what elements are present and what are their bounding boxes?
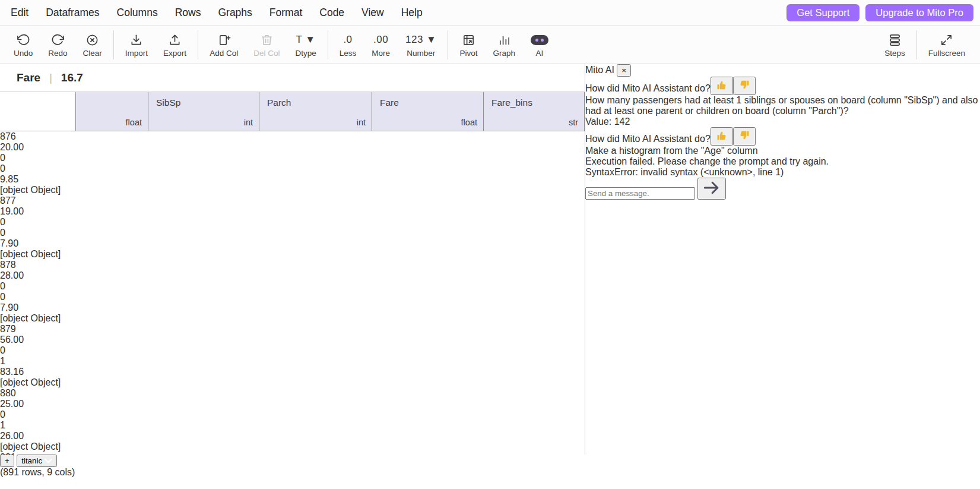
- toolbar-groups: UndoRedoClearImportExportAdd ColDel ColT…: [6, 26, 556, 64]
- table-cell[interactable]: 0: [0, 409, 111, 420]
- thumbs-up-icon[interactable]: [711, 77, 733, 95]
- mito-ai-panel-header: Mito AI ×: [585, 64, 980, 77]
- formula-bar-separator: |: [49, 72, 52, 84]
- menu-item-code[interactable]: Code: [319, 7, 344, 19]
- filter-icon[interactable]: [567, 97, 578, 111]
- toolbar-button-ai[interactable]: AI: [523, 26, 556, 64]
- menu-item-edit[interactable]: Edit: [11, 7, 28, 19]
- toolbar-button-pivot[interactable]: Pivot: [452, 26, 485, 64]
- menu-item-rows[interactable]: Rows: [175, 7, 201, 19]
- column-header-Fare[interactable]: Farefloat: [372, 92, 484, 131]
- feedback-row: How did Mito AI Assistant do?: [585, 77, 980, 95]
- feedback-thumbs: [711, 134, 756, 144]
- toolbar-button-undo[interactable]: Undo: [6, 26, 40, 64]
- toolbar-button-dtype[interactable]: T ▼Dtype: [287, 26, 324, 64]
- toolbar-button-label: Redo: [48, 49, 67, 58]
- column-header-Fare_bins[interactable]: Fare_binsstr: [484, 92, 585, 131]
- error-highlight-box: Make a histogram from the "Age" columnEx…: [585, 146, 980, 178]
- table-cell[interactable]: 1: [0, 420, 113, 431]
- menu-item-columns[interactable]: Columns: [117, 7, 158, 19]
- thumbs-up-icon[interactable]: [711, 127, 733, 146]
- data-grid: floatSibSpintParchintFarefloatFare_binss…: [0, 92, 585, 455]
- import-icon: [129, 32, 143, 48]
- filter-icon[interactable]: [354, 97, 366, 111]
- close-icon[interactable]: ×: [617, 64, 631, 77]
- table-cell[interactable]: 1: [0, 356, 113, 367]
- table-cell[interactable]: [object Object]: [0, 249, 101, 260]
- grid-header-row: floatSibSpintParchintFarefloatFare_binss…: [0, 92, 585, 131]
- table-cell[interactable]: 0: [0, 228, 113, 238]
- table-cell[interactable]: 25.00: [0, 399, 72, 409]
- user-message: Make a histogram from the "Age" column: [585, 146, 980, 156]
- table-cell[interactable]: 9.85: [0, 174, 112, 185]
- toolbar-button-export[interactable]: Export: [156, 26, 194, 64]
- toolbar-button-import[interactable]: Import: [118, 26, 156, 64]
- row-index-cell[interactable]: 879: [0, 324, 585, 335]
- toolbar-button-redo[interactable]: Redo: [40, 26, 75, 64]
- filter-icon[interactable]: [131, 97, 142, 111]
- row-index-cell[interactable]: 880: [0, 388, 585, 399]
- column-header-top: Fare: [380, 97, 477, 111]
- table-cell[interactable]: 0: [0, 217, 111, 228]
- toolbar-button-graph[interactable]: Graph: [485, 26, 523, 64]
- toolbar-button-label: Export: [163, 49, 186, 58]
- toolbar-button-more[interactable]: .00More: [364, 26, 398, 64]
- table-cell[interactable]: 56.00: [0, 335, 72, 345]
- column-name: Parch: [267, 97, 291, 108]
- error-message-text: Execution failed. Please change the prom…: [585, 156, 980, 167]
- get-support-button[interactable]: Get Support: [786, 4, 860, 21]
- table-cell[interactable]: [object Object]: [0, 377, 101, 388]
- column-header-unnamed[interactable]: float: [76, 92, 148, 131]
- menu-item-graphs[interactable]: Graphs: [218, 7, 252, 19]
- row-index-cell[interactable]: 881: [0, 452, 585, 455]
- table-cell[interactable]: 0: [0, 345, 111, 356]
- table-cell[interactable]: 20.00: [0, 142, 72, 153]
- add-column-icon: [217, 32, 231, 48]
- toolbar-button-less[interactable]: .0Less: [332, 26, 364, 64]
- row-index-cell[interactable]: 878: [0, 260, 585, 270]
- assistant-error-message: Execution failed. Please change the prom…: [585, 156, 980, 178]
- table-cell[interactable]: 19.00: [0, 206, 72, 217]
- row-index-cell[interactable]: 876: [0, 131, 585, 142]
- toolbar-button-label: Del Col: [253, 49, 280, 58]
- toolbar-button-fullscreen[interactable]: Fullscreen: [921, 26, 973, 64]
- menu-item-dataframes[interactable]: Dataframes: [46, 7, 99, 19]
- column-name: Fare_bins: [491, 97, 532, 108]
- column-dtype: int: [156, 118, 253, 127]
- table-cell[interactable]: 7.90: [0, 302, 112, 313]
- toolbar-button-steps[interactable]: Steps: [877, 26, 913, 64]
- table-cell[interactable]: [object Object]: [0, 185, 101, 195]
- table-cell[interactable]: 83.16: [0, 367, 112, 377]
- menu-item-format[interactable]: Format: [269, 7, 302, 19]
- column-header-Parch[interactable]: Parchint: [259, 92, 372, 131]
- row-index-cell[interactable]: 877: [0, 195, 585, 206]
- chat-message-input[interactable]: [585, 187, 695, 200]
- text-icon: T ▼: [296, 32, 315, 48]
- table-cell[interactable]: [object Object]: [0, 313, 101, 324]
- toolbar-button-number[interactable]: 123 ▼Number: [398, 26, 444, 64]
- table-cell[interactable]: 28.00: [0, 270, 72, 281]
- filter-icon[interactable]: [466, 97, 477, 111]
- thumbs-down-icon[interactable]: [733, 127, 756, 146]
- tab-titanic[interactable]: titanic: [17, 455, 57, 467]
- table-cell[interactable]: 0: [0, 292, 113, 302]
- table-cell[interactable]: 7.90: [0, 238, 112, 249]
- menu-item-help[interactable]: Help: [401, 7, 423, 19]
- table-cell[interactable]: 0: [0, 163, 113, 174]
- thumbs-down-icon[interactable]: [733, 77, 756, 95]
- filter-icon[interactable]: [242, 97, 253, 111]
- table-cell[interactable]: [object Object]: [0, 441, 101, 452]
- formula-bar-value: 16.7: [61, 71, 83, 84]
- toolbar-button-clear[interactable]: Clear: [75, 26, 110, 64]
- table-cell[interactable]: 0: [0, 153, 111, 163]
- column-header-SibSp[interactable]: SibSpint: [148, 92, 259, 131]
- toolbar-button-add-col[interactable]: Add Col: [202, 26, 246, 64]
- table-cell[interactable]: 0: [0, 281, 111, 292]
- send-message-icon[interactable]: [697, 178, 726, 200]
- table-row: 87828.00007.90[object Object]: [0, 260, 585, 324]
- menu-item-view[interactable]: View: [361, 7, 384, 19]
- add-dataframe-button[interactable]: +: [0, 455, 14, 467]
- upgrade-to-pro-button[interactable]: Upgrade to Mito Pro: [865, 4, 973, 21]
- table-cell[interactable]: 26.00: [0, 431, 112, 441]
- table-row: 87956.000183.16[object Object]: [0, 324, 585, 388]
